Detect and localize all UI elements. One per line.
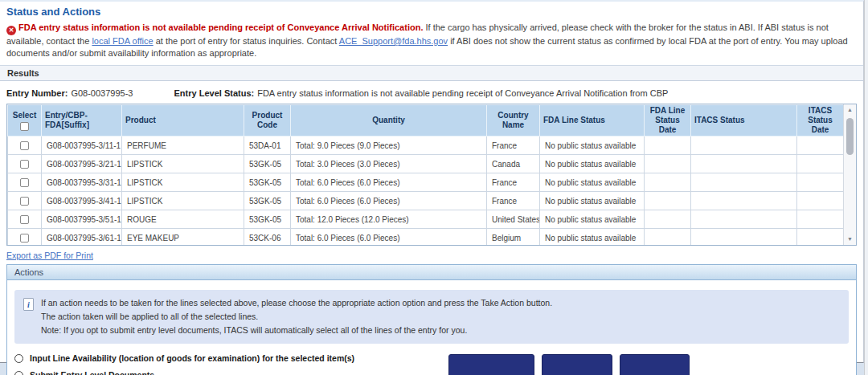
cell-product: ROUGE: [122, 210, 244, 229]
cell-country: Belgium: [487, 229, 540, 247]
cell-fda-date: [645, 137, 691, 155]
cell-product: LIPSTICK: [122, 173, 244, 192]
info-line-1: If an action needs to be taken for the l…: [41, 296, 552, 310]
cell-product: LIPSTICK: [122, 155, 244, 173]
cell-country: Canada: [487, 155, 540, 173]
export-pdf-link[interactable]: Export as PDF for Print: [6, 251, 93, 260]
entry-number-value: G08-0037995-3: [71, 88, 133, 98]
local-fda-office-link[interactable]: local FDA office: [92, 36, 153, 46]
cell-code: 53GK-05: [244, 173, 291, 192]
cell-itacs-status: [691, 229, 797, 247]
take-action-button[interactable]: ↷TAKE ACTION: [448, 354, 534, 375]
cell-fda-status: No public status available: [540, 229, 645, 247]
page-scrollbar[interactable]: [864, 0, 868, 375]
header-itacs-status: ITACS Status: [691, 105, 797, 137]
results-section-header: Results: [0, 65, 863, 81]
row-checkbox[interactable]: [20, 197, 29, 206]
cell-itacs-status: [691, 155, 797, 173]
row-checkbox[interactable]: [20, 160, 29, 169]
info-page-icon: i: [23, 298, 34, 311]
header-quantity: Quantity: [291, 105, 487, 137]
row-checkbox[interactable]: [20, 178, 29, 187]
results-table-container: Select Entry/CBP-FDA[Suffix] Product Pro…: [6, 104, 857, 246]
cell-itacs-status: [691, 210, 797, 229]
cell-fda-status: No public status available: [540, 173, 645, 192]
cell-entry: G08-0037995-3/11-1: [42, 137, 122, 155]
row-checkbox[interactable]: [20, 215, 29, 224]
row-select-cell: [8, 192, 42, 210]
cell-fda-date: [645, 192, 691, 210]
radio-icon[interactable]: [14, 354, 23, 363]
alert-text-2: at the port of entry for status inquirie…: [156, 36, 338, 46]
cell-quantity: Total: 6.0 Pieces (6.0 Pieces): [291, 173, 487, 192]
header-product-code: Product Code: [244, 105, 291, 137]
cell-product: PERFUME: [122, 137, 244, 155]
entry-summary: Entry Number:G08-0037995-3 Entry Level S…: [6, 88, 857, 98]
cell-quantity: Total: 3.0 Pieces (3.0 Pieces): [291, 155, 487, 173]
scroll-up-icon[interactable]: ▲: [844, 104, 856, 116]
entry-level-status-label: Entry Level Status:: [174, 88, 255, 98]
cell-itacs-status: [691, 137, 797, 155]
action-options-list: Input Line Availability (location of goo…: [14, 353, 448, 375]
row-checkbox[interactable]: [20, 141, 29, 150]
cell-fda-date: [645, 173, 691, 192]
entry-number-label: Entry Number:: [6, 88, 68, 98]
action-option-1[interactable]: Input Line Availability (location of goo…: [14, 353, 448, 363]
cell-code: 53GK-05: [244, 192, 291, 210]
cell-country: France: [487, 173, 540, 192]
cell-fda-status: No public status available: [540, 137, 645, 155]
cell-entry: G08-0037995-3/21-1: [42, 155, 122, 173]
ace-support-email-link[interactable]: ACE_Support@fda.hhs.gov: [339, 36, 448, 46]
cell-country: France: [487, 137, 540, 155]
info-line-2: The action taken will be applied to all …: [41, 310, 552, 324]
cell-entry: G08-0037995-3/61-1: [42, 229, 122, 247]
results-table-body: G08-0037995-3/11-1PERFUME53DA-01Total: 9…: [8, 137, 844, 247]
row-select-cell: [8, 137, 42, 155]
row-select-cell: [8, 155, 42, 173]
table-row: G08-0037995-3/11-1PERFUME53DA-01Total: 9…: [8, 137, 844, 155]
cell-itacs-date: [797, 192, 844, 210]
cell-fda-date: [645, 229, 691, 247]
header-entry-cbp-fda-suffix: Entry/CBP-FDA[Suffix]: [42, 105, 122, 137]
cell-itacs-status: [691, 173, 797, 192]
cell-itacs-date: [797, 155, 844, 173]
action-buttons: ↷TAKE ACTION↷REFRESH✓FINISHED: [448, 353, 690, 375]
select-all-checkbox[interactable]: [20, 122, 29, 131]
refresh-button[interactable]: ↷REFRESH: [542, 354, 612, 375]
cell-product: LIPSTICK: [122, 192, 244, 210]
actions-panel: Actions i If an action needs to be taken…: [6, 264, 857, 375]
table-row: G08-0037995-3/31-1LIPSTICK53GK-05Total: …: [8, 173, 844, 192]
action-option-2[interactable]: Submit Entry Level Documents: [14, 370, 448, 375]
cell-fda-status: No public status available: [540, 192, 645, 210]
cell-itacs-status: [691, 192, 797, 210]
row-select-cell: [8, 210, 42, 229]
cell-itacs-date: [797, 210, 844, 229]
cell-itacs-date: [797, 137, 844, 155]
cell-country: France: [487, 192, 540, 210]
info-line-3: Note: If you opt to submit entry level d…: [41, 324, 552, 337]
cell-quantity: Total: 6.0 Pieces (6.0 Pieces): [291, 192, 487, 210]
table-row: G08-0037995-3/61-1EYE MAKEUP53CK-06Total…: [8, 229, 844, 247]
status-and-actions-panel: Status and Actions ✕FDA entry status inf…: [0, 0, 864, 363]
cell-fda-date: [645, 210, 691, 229]
cell-code: 53GK-05: [244, 155, 291, 173]
row-checkbox[interactable]: [20, 234, 29, 243]
table-scrollbar[interactable]: ▲ ▼: [843, 104, 856, 245]
table-row: G08-0037995-3/21-1LIPSTICK53GK-05Total: …: [8, 155, 844, 173]
header-fda-line-status-date: FDA Line Status Date: [645, 105, 691, 137]
cell-quantity: Total: 6.0 Pieces (6.0 Pieces): [291, 229, 487, 247]
cell-fda-date: [645, 155, 691, 173]
option-label: Input Line Availability (location of goo…: [30, 353, 354, 363]
row-select-cell: [8, 229, 42, 247]
table-row: G08-0037995-3/41-1LIPSTICK53GK-05Total: …: [8, 192, 844, 210]
table-header-row: Select Entry/CBP-FDA[Suffix] Product Pro…: [8, 105, 844, 137]
cell-itacs-date: [797, 173, 844, 192]
finished-button[interactable]: ✓FINISHED: [620, 354, 690, 375]
scrollbar-thumb[interactable]: [846, 118, 854, 155]
radio-icon[interactable]: [14, 371, 23, 375]
header-product: Product: [122, 105, 244, 137]
alert-bold-text: FDA entry status information is not avai…: [18, 22, 423, 32]
cell-product: EYE MAKEUP: [122, 229, 244, 247]
scroll-down-icon[interactable]: ▼: [844, 234, 856, 245]
cell-quantity: Total: 9.0 Pieces (9.0 Pieces): [291, 137, 487, 155]
